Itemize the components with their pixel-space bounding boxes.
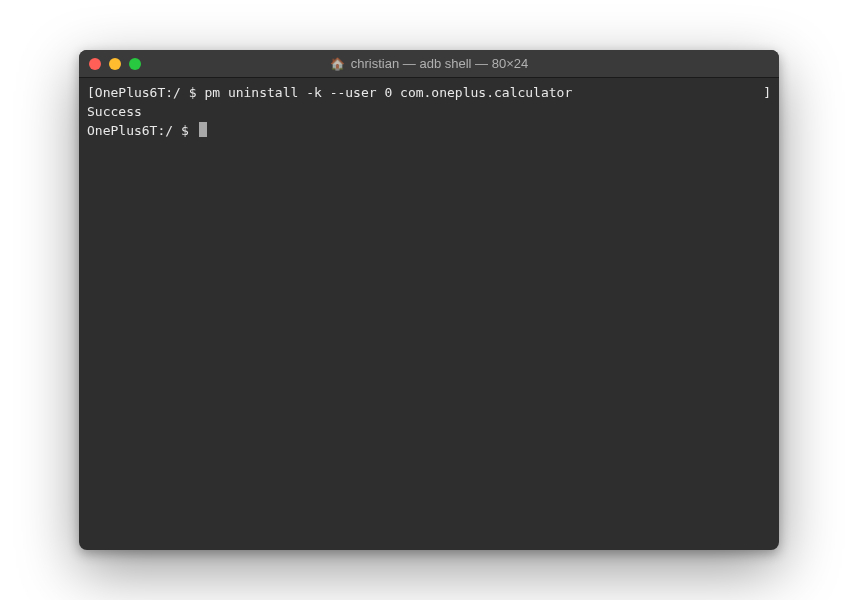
terminal-line: OnePlus6T:/ $: [87, 122, 771, 141]
titlebar: 🏠 christian — adb shell — 80×24: [79, 50, 779, 78]
terminal-body[interactable]: [ OnePlus6T:/ $ pm uninstall -k --user 0…: [79, 78, 779, 550]
bracket-right: ]: [763, 84, 771, 103]
command-text: OnePlus6T:/ $ pm uninstall -k --user 0 c…: [95, 84, 572, 103]
traffic-lights: [89, 58, 141, 70]
terminal-window: 🏠 christian — adb shell — 80×24 [ OnePlu…: [79, 50, 779, 550]
minimize-button[interactable]: [109, 58, 121, 70]
cursor: [199, 122, 207, 137]
window-title-text: christian — adb shell — 80×24: [351, 56, 528, 71]
window-title: 🏠 christian — adb shell — 80×24: [330, 56, 528, 71]
terminal-line: [ OnePlus6T:/ $ pm uninstall -k --user 0…: [87, 84, 771, 103]
maximize-button[interactable]: [129, 58, 141, 70]
close-button[interactable]: [89, 58, 101, 70]
output-text: Success: [87, 103, 142, 122]
bracket-left: [: [87, 84, 95, 103]
home-icon: 🏠: [330, 57, 345, 71]
terminal-line: Success: [87, 103, 771, 122]
prompt-text: OnePlus6T:/ $: [87, 122, 197, 141]
